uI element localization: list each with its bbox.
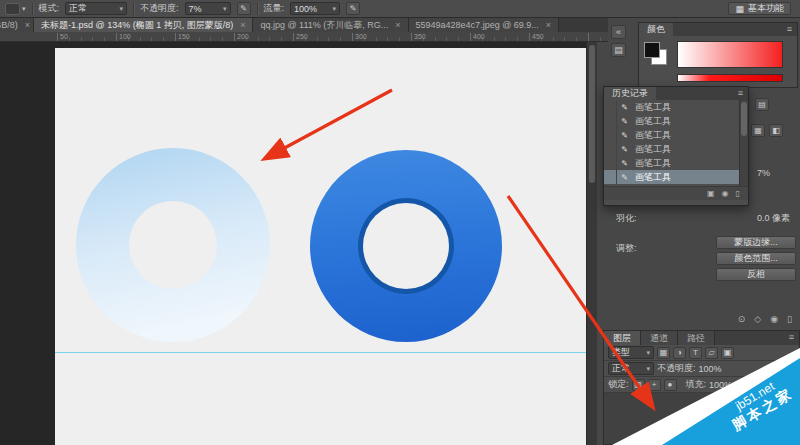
- tab-close-icon[interactable]: ×: [25, 20, 30, 30]
- history-source-checkbox[interactable]: [604, 128, 617, 142]
- pen-pressure-icon[interactable]: ✎: [237, 2, 251, 15]
- document-tab[interactable]: 未标题-1.psd @ 134% (椭圆 1 拷贝, 图层蒙版/8)×: [34, 18, 253, 32]
- foreground-color-swatch[interactable]: [644, 42, 660, 58]
- history-state-row[interactable]: ✎画笔工具: [604, 142, 739, 156]
- history-source-checkbox[interactable]: [604, 100, 617, 114]
- layer-kind-filter-select[interactable]: 类型 ▾: [608, 346, 654, 359]
- filter-adjust-icon[interactable]: ◑: [673, 347, 686, 359]
- history-state-label: 画笔工具: [632, 129, 671, 142]
- history-state-row[interactable]: ✎画笔工具: [604, 170, 739, 184]
- history-source-checkbox[interactable]: [604, 114, 617, 128]
- document-tab[interactable]: 55949a428e4c7.jpeg @ 69.9...×: [409, 18, 560, 32]
- brush-tool-icon: ✎: [617, 103, 632, 112]
- history-scrollbar[interactable]: [739, 100, 748, 186]
- blue-ring-hole: [363, 203, 449, 289]
- airbrush-icon[interactable]: ✎: [346, 2, 360, 15]
- canvas-workspace: [0, 42, 597, 445]
- tab-title: 未标题-1.psd @ 134% (椭圆 1 拷贝, 图层蒙版/8): [41, 19, 233, 32]
- lock-position-icon[interactable]: +: [648, 379, 661, 391]
- history-state-label: 画笔工具: [632, 101, 671, 114]
- snapshot-camera-icon[interactable]: ◉: [722, 189, 729, 198]
- flow-label: 流量:: [264, 2, 285, 15]
- ruler-major-ticks: [57, 33, 608, 41]
- color-spectrum-field[interactable]: [677, 41, 783, 68]
- feather-value[interactable]: 0.0 像素: [757, 212, 790, 225]
- ruler-label: 50: [60, 33, 68, 40]
- panel-menu-icon[interactable]: ≡: [787, 23, 797, 36]
- tab-close-icon[interactable]: ×: [240, 20, 245, 30]
- workspace-switcher-button[interactable]: ▦ 基本功能: [728, 2, 791, 15]
- history-state-label: 画笔工具: [632, 171, 671, 184]
- mask-vector-icon[interactable]: ◧: [769, 124, 783, 137]
- ruler-label: 150: [178, 33, 190, 40]
- load-selection-icon[interactable]: ⊙: [738, 314, 746, 324]
- scrollbar-thumb[interactable]: [589, 45, 595, 183]
- history-state-row[interactable]: ✎画笔工具: [604, 128, 739, 142]
- history-panel: 历史记录 ≡ ✎画笔工具✎画笔工具✎画笔工具✎画笔工具✎画笔工具✎画笔工具 ▣ …: [603, 86, 749, 206]
- scrollbar-thumb[interactable]: [741, 102, 747, 136]
- collapse-panel-icon[interactable]: «: [611, 25, 626, 39]
- brush-thumbnail: [5, 3, 20, 15]
- history-state-label: 画笔工具: [632, 143, 671, 156]
- blend-mode-select[interactable]: 正常 ▾: [65, 2, 127, 15]
- ruler-label: 100: [119, 33, 131, 40]
- apply-mask-icon[interactable]: ◇: [754, 314, 761, 324]
- history-state-label: 画笔工具: [632, 157, 671, 170]
- kind-label: 类型: [612, 346, 630, 359]
- history-panel-footer: ▣ ◉ ▯: [604, 186, 748, 200]
- mask-eye-icon[interactable]: ◉: [770, 314, 778, 324]
- tab-close-icon[interactable]: ×: [395, 20, 400, 30]
- brush-tool-icon: ✎: [617, 145, 632, 154]
- panel-tab[interactable]: 路径: [678, 331, 715, 345]
- trash-icon[interactable]: ▯: [736, 189, 740, 198]
- history-state-row[interactable]: ✎画笔工具: [604, 100, 739, 114]
- lock-transparent-icon[interactable]: ▨: [632, 379, 645, 391]
- filter-pixel-icon[interactable]: ▦: [657, 347, 670, 359]
- invert-button[interactable]: 反相: [716, 268, 796, 281]
- brush-preset-picker[interactable]: ▾: [5, 3, 26, 15]
- vertical-scrollbar[interactable]: [586, 42, 597, 445]
- ruler-label: 300: [355, 33, 367, 40]
- panel-tab[interactable]: 通道: [641, 331, 678, 345]
- history-source-checkbox[interactable]: [604, 156, 617, 170]
- color-panel-body: [639, 36, 797, 87]
- workspace-grid-icon: ▦: [735, 4, 744, 14]
- tab-close-icon[interactable]: ×: [546, 20, 551, 30]
- lock-all-icon[interactable]: ●: [664, 379, 677, 391]
- color-ramp-slider[interactable]: [677, 74, 783, 82]
- tab-color[interactable]: 颜色: [639, 23, 673, 36]
- masks-panel-footer: ⊙ ◇ ◉ ▯: [738, 314, 792, 324]
- mask-trash-icon[interactable]: ▯: [787, 314, 792, 324]
- history-state-row[interactable]: ✎画笔工具: [604, 156, 739, 170]
- history-state-row[interactable]: ✎画笔工具: [604, 114, 739, 128]
- filter-smart-icon[interactable]: ▣: [721, 347, 734, 359]
- layers-list: [604, 393, 799, 444]
- color-range-button[interactable]: 颜色范围...: [716, 252, 796, 265]
- history-source-checkbox[interactable]: [604, 170, 617, 184]
- tab-title: ... @ 176% (背景, RGB/8): [0, 19, 18, 32]
- document-tab[interactable]: qq.jpg @ 111% (齐川临摹, RG...×: [253, 18, 408, 32]
- new-document-icon[interactable]: ▣: [707, 189, 715, 198]
- flow-select[interactable]: 100% ▾: [290, 2, 340, 15]
- horizontal-ruler: 50100150200250300350400450: [0, 32, 608, 42]
- document-tab[interactable]: ... @ 176% (背景, RGB/8)×: [0, 18, 34, 32]
- fill-value[interactable]: 100%: [709, 380, 732, 390]
- layer-opacity-value[interactable]: 100%: [699, 364, 722, 374]
- panel-tab[interactable]: 图层: [604, 331, 641, 345]
- panel-menu-icon[interactable]: ≡: [789, 331, 799, 345]
- filter-shape-icon[interactable]: ▱: [705, 347, 718, 359]
- history-source-checkbox[interactable]: [604, 142, 617, 156]
- filter-type-icon[interactable]: T: [689, 347, 702, 359]
- panel-generic-icon[interactable]: ▤: [611, 43, 626, 57]
- panel-menu-icon[interactable]: ≡: [738, 87, 748, 100]
- mask-edge-button[interactable]: 蒙版边缘...: [716, 236, 796, 249]
- separator: [133, 3, 134, 15]
- panel-generic-icon[interactable]: ▤: [755, 98, 769, 111]
- layer-blend-mode-select[interactable]: 正常 ▾: [608, 362, 654, 375]
- mask-pixel-icon[interactable]: ▦: [751, 124, 765, 137]
- photoshop-window: ▾ 模式: 正常 ▾ 不透明度: 7% ▾ ✎ 流量: 100% ▾ ✎ ▦ 基…: [0, 0, 800, 445]
- color-panel: 颜色 ≡: [638, 22, 798, 88]
- ruler-label: 250: [296, 33, 308, 40]
- opacity-select[interactable]: 7% ▾: [185, 2, 231, 15]
- history-panel-header[interactable]: 历史记录 ≡: [604, 87, 748, 100]
